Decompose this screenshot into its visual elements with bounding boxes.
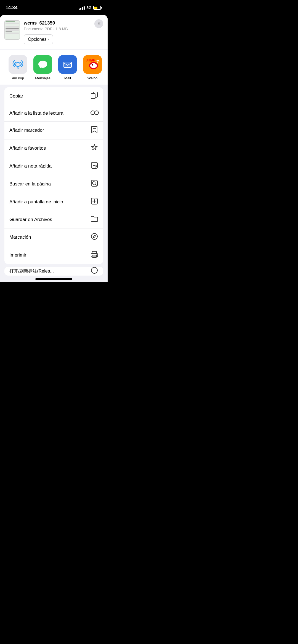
bookmark-icon bbox=[91, 126, 98, 135]
close-icon: ✕ bbox=[97, 21, 101, 26]
folder-icon bbox=[91, 215, 98, 224]
action-bookmark[interactable]: Añadir marcador bbox=[4, 122, 103, 139]
quick-note-icon bbox=[91, 162, 98, 171]
mail-label: Mail bbox=[64, 76, 71, 80]
app-item-weibo[interactable]: 开新年 Weibo bbox=[80, 55, 105, 80]
status-bar: 14:34 5G bbox=[0, 0, 108, 14]
svg-text:开新年: 开新年 bbox=[86, 59, 95, 62]
share-sheet: wcms_621359 Documento PDF · 1.8 MB Opcio… bbox=[0, 15, 108, 282]
svg-point-0 bbox=[16, 62, 20, 67]
pdf-thumbnail bbox=[4, 20, 20, 40]
svg-line-18 bbox=[95, 184, 96, 185]
chevron-right-icon: › bbox=[48, 37, 49, 42]
close-button[interactable]: ✕ bbox=[94, 19, 103, 28]
action-home-screen[interactable]: Añadir a pantalla de inicio bbox=[4, 193, 103, 211]
weibo-label: Weibo bbox=[87, 76, 98, 80]
options-button[interactable]: Opciones › bbox=[24, 34, 53, 44]
action-copiar[interactable]: Copiar bbox=[4, 87, 103, 105]
svg-rect-11 bbox=[91, 93, 95, 99]
mensajes-label: Mensajes bbox=[35, 76, 50, 80]
partial-label: 打开/刷新标注(Relea... bbox=[9, 268, 54, 274]
app-item-airdrop[interactable]: AirDrop bbox=[6, 55, 30, 80]
markup-icon bbox=[91, 233, 98, 242]
action-find[interactable]: Buscar en la página bbox=[4, 175, 103, 193]
svg-point-12 bbox=[91, 111, 95, 115]
svg-point-6 bbox=[90, 63, 97, 68]
action-list: Copiar Añadir a la lista de lectura Añad… bbox=[4, 87, 103, 264]
status-indicators: 5G bbox=[79, 6, 102, 10]
mensajes-icon bbox=[33, 55, 52, 74]
app-item-mensajes[interactable]: Mensajes bbox=[30, 55, 55, 80]
svg-point-13 bbox=[95, 111, 99, 115]
svg-point-8 bbox=[92, 64, 93, 65]
home-bar bbox=[35, 278, 72, 280]
star-icon bbox=[91, 144, 98, 153]
network-label: 5G bbox=[86, 6, 92, 10]
svg-point-1 bbox=[38, 61, 47, 68]
svg-rect-24 bbox=[92, 251, 97, 254]
svg-point-28 bbox=[91, 267, 97, 273]
doc-title: wcms_621359 bbox=[24, 20, 103, 26]
print-icon bbox=[91, 251, 98, 260]
copy-icon bbox=[91, 92, 98, 101]
reading-list-icon bbox=[91, 110, 98, 117]
sheet-header-info: wcms_621359 Documento PDF · 1.8 MB Opcio… bbox=[24, 20, 103, 44]
airdrop-label: AirDrop bbox=[12, 76, 24, 80]
action-markup[interactable]: Marcación bbox=[4, 228, 103, 246]
action-print[interactable]: Imprimir bbox=[4, 246, 103, 264]
doc-subtitle: Documento PDF · 1.8 MB bbox=[24, 27, 103, 31]
weibo-icon: 开新年 bbox=[83, 55, 102, 74]
airdrop-icon bbox=[9, 55, 27, 74]
add-home-icon bbox=[91, 198, 98, 206]
action-favorites[interactable]: Añadir a favoritos bbox=[4, 139, 103, 157]
find-icon bbox=[91, 180, 98, 188]
action-reading-list[interactable]: Añadir a la lista de lectura bbox=[4, 105, 103, 122]
signal-icon bbox=[79, 6, 85, 10]
partial-icon bbox=[91, 267, 98, 276]
action-files[interactable]: Guardar en Archivos bbox=[4, 211, 103, 228]
app-row: AirDrop Mensajes bbox=[0, 55, 108, 80]
svg-rect-2 bbox=[64, 62, 71, 68]
app-item-mail[interactable]: Mail bbox=[55, 55, 80, 80]
action-quick-note[interactable]: Añadir a nota rápida bbox=[4, 157, 103, 175]
sheet-header: wcms_621359 Documento PDF · 1.8 MB Opcio… bbox=[0, 15, 108, 49]
home-indicator bbox=[0, 276, 108, 282]
mail-icon bbox=[58, 55, 77, 74]
app-row-container: AirDrop Mensajes bbox=[0, 50, 108, 85]
action-partial[interactable]: 打开/刷新标注(Relea... bbox=[4, 267, 103, 276]
status-time: 14:34 bbox=[6, 5, 17, 10]
battery-icon bbox=[93, 6, 102, 10]
svg-point-22 bbox=[91, 233, 97, 239]
svg-point-27 bbox=[96, 255, 97, 255]
